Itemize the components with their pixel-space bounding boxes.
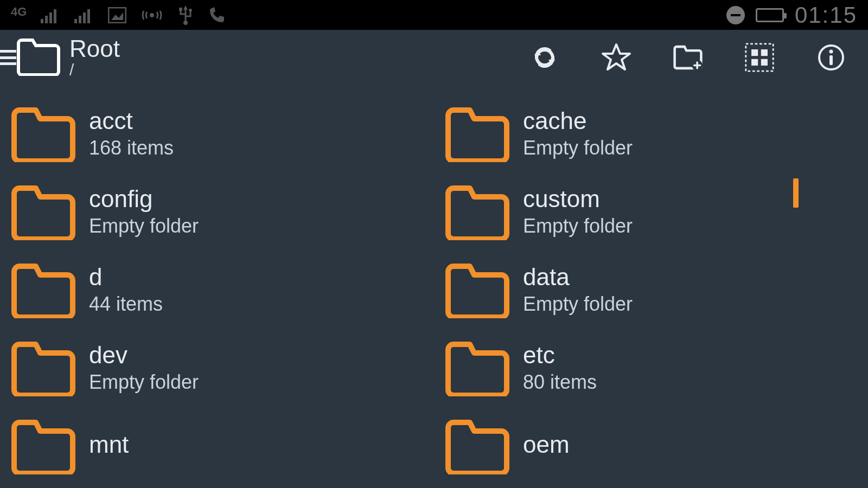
svg-point-28: [829, 50, 833, 54]
folder-subtitle: Empty folder: [89, 371, 199, 394]
refresh-button[interactable]: [529, 42, 560, 73]
folder-name: cache: [523, 108, 633, 133]
svg-point-12: [183, 21, 188, 25]
location-path: /: [69, 62, 120, 78]
folder-root-icon: [16, 37, 61, 78]
folder-subtitle: 80 items: [523, 371, 597, 394]
favorite-button[interactable]: [601, 42, 631, 73]
folder-name: acct: [89, 108, 174, 133]
action-bar: [529, 42, 868, 73]
svg-rect-24: [761, 49, 768, 56]
folder-icon: [11, 418, 76, 474]
folder-item-d[interactable]: d44 items: [0, 251, 434, 329]
folder-name: dev: [89, 343, 199, 368]
folder-icon: [445, 262, 510, 318]
folder-subtitle: 44 items: [89, 293, 163, 316]
signal-bars-2-icon: [74, 7, 94, 23]
star-icon: [601, 42, 631, 73]
folder-name: mnt: [89, 432, 129, 457]
status-bar: 4G 01:15: [0, 0, 868, 30]
svg-point-15: [189, 9, 192, 12]
folder-item-etc[interactable]: etc80 items: [434, 329, 868, 407]
svg-rect-7: [87, 9, 90, 23]
folder-item-data[interactable]: dataEmpty folder: [434, 251, 868, 329]
new-folder-icon: [673, 43, 703, 72]
svg-rect-14: [179, 8, 182, 11]
phone-icon: [208, 6, 226, 24]
folder-name: d: [89, 265, 163, 290]
select-button[interactable]: [744, 42, 775, 73]
folder-icon: [11, 340, 76, 396]
folder-icon: [11, 106, 76, 162]
do-not-disturb-icon: [726, 6, 745, 24]
folder-item-dev[interactable]: devEmpty folder: [0, 329, 434, 407]
folder-subtitle: Empty folder: [523, 137, 633, 159]
folder-name: custom: [523, 187, 633, 211]
folder-name: oem: [523, 432, 570, 457]
svg-point-10: [150, 13, 154, 17]
folder-item-custom[interactable]: customEmpty folder: [434, 173, 868, 251]
folder-icon: [11, 184, 76, 240]
svg-marker-18: [603, 44, 630, 69]
svg-rect-22: [746, 44, 773, 71]
folder-subtitle: Empty folder: [89, 215, 199, 237]
scrollbar-thumb[interactable]: [793, 178, 799, 208]
hotspot-icon: [141, 7, 163, 24]
app-bar: Root /: [0, 30, 868, 85]
location-title: Root: [69, 37, 120, 61]
location-header: Root /: [69, 37, 120, 78]
svg-marker-9: [111, 12, 123, 20]
folder-subtitle: Empty folder: [523, 293, 633, 316]
folder-item-oem[interactable]: oem: [434, 407, 868, 485]
status-right: 01:15: [726, 2, 857, 28]
hamburger-icon: [0, 50, 16, 65]
folder-item-mnt[interactable]: mnt: [0, 407, 434, 485]
svg-rect-4: [74, 19, 77, 23]
network-type-label: 4G: [11, 6, 27, 18]
svg-rect-25: [751, 59, 758, 66]
svg-marker-13: [183, 5, 188, 10]
folder-icon: [11, 262, 76, 318]
svg-rect-23: [751, 49, 758, 56]
folder-item-cache[interactable]: cacheEmpty folder: [434, 95, 868, 173]
new-folder-button[interactable]: [673, 42, 703, 73]
svg-rect-2: [49, 12, 52, 23]
folder-item-config[interactable]: configEmpty folder: [0, 173, 434, 251]
folder-icon: [445, 184, 510, 240]
folder-subtitle: 168 items: [89, 137, 174, 159]
battery-icon: [756, 8, 784, 22]
refresh-icon: [530, 43, 559, 72]
select-grid-icon: [744, 41, 775, 74]
info-button[interactable]: [816, 42, 846, 73]
folder-item-acct[interactable]: acct168 items: [0, 95, 434, 173]
folder-name: etc: [523, 343, 597, 368]
folder-icon: [445, 106, 510, 162]
svg-rect-6: [83, 12, 86, 23]
picture-icon: [108, 7, 126, 23]
folder-subtitle: Empty folder: [523, 215, 633, 237]
status-clock: 01:15: [795, 2, 857, 28]
svg-rect-0: [41, 19, 43, 23]
menu-button[interactable]: [0, 37, 61, 78]
svg-rect-5: [79, 16, 81, 23]
info-icon: [817, 43, 845, 72]
folder-name: config: [89, 187, 199, 211]
svg-rect-8: [108, 8, 126, 23]
svg-rect-26: [761, 59, 768, 66]
status-left: 4G: [11, 5, 226, 25]
file-list: acct168 itemscacheEmpty folderconfigEmpt…: [0, 85, 868, 488]
folder-name: data: [523, 265, 633, 290]
svg-rect-1: [45, 16, 48, 23]
usb-icon: [177, 5, 194, 25]
signal-bars-1-icon: [41, 7, 60, 23]
folder-icon: [445, 340, 510, 396]
svg-rect-29: [829, 55, 833, 65]
folder-icon: [445, 418, 510, 474]
svg-rect-3: [54, 9, 56, 23]
